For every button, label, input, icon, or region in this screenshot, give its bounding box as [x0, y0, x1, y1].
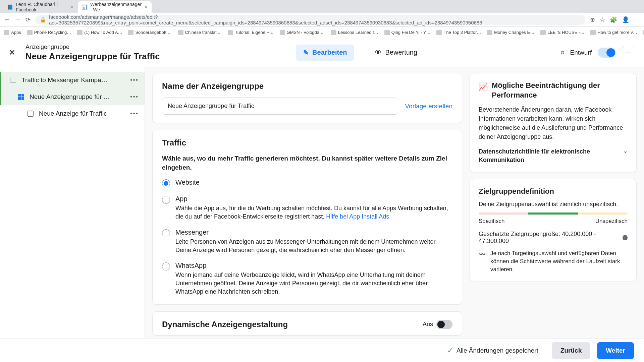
more-icon[interactable]: •••	[130, 110, 139, 117]
audience-card: Zielgruppendefinition Deine Zielgruppena…	[470, 179, 637, 281]
review-tab[interactable]: 👁 Bewertung	[368, 45, 425, 61]
right-card-title: Mögliche Beeinträchtigung der Performanc…	[492, 81, 628, 100]
pencil-icon: ✎	[303, 49, 309, 57]
bookmark[interactable]: (1) How To Add A…	[77, 30, 122, 35]
browser-tab[interactable]: 📘 Leon R. Chaudhari | Facebook ×	[3, 1, 77, 13]
activity-icon: 〰️	[479, 250, 486, 273]
traffic-card: Traffic Wähle aus, wo du mehr Traffic ge…	[152, 130, 462, 305]
browser-tabs: 📘 Leon R. Chaudhari | Facebook × 📊 Werbe…	[0, 0, 644, 13]
bookmark[interactable]: Sonderangebot! …	[128, 30, 172, 35]
bookmark[interactable]: Apps	[4, 30, 21, 35]
audience-gauge	[479, 213, 628, 215]
folder-icon	[9, 76, 17, 84]
radio-description: Wähle die App aus, für die du Werbung sc…	[175, 204, 452, 221]
privacy-expand-row[interactable]: Datenschutzrichtlinie für elektronische …	[479, 147, 628, 164]
forward-icon[interactable]: →	[15, 16, 21, 23]
more-icon[interactable]: •••	[130, 94, 139, 101]
lock-icon: 🔒	[40, 17, 46, 23]
radio-option-website[interactable]: Website	[162, 179, 452, 188]
right-panel: 📈 Mögliche Beeinträchtigung der Performa…	[470, 67, 644, 355]
bookmark[interactable]: Phone Recycling…	[27, 30, 71, 35]
check-icon: ✓	[447, 346, 453, 355]
radio-input[interactable]	[162, 179, 170, 187]
radio-option-app[interactable]: App Wähle die App aus, für die du Werbun…	[162, 195, 452, 221]
more-options-button[interactable]: ⋯	[622, 46, 635, 59]
tree-label: Neue Anzeige für Traffic	[39, 110, 125, 117]
radio-input[interactable]	[162, 196, 170, 204]
info-icon[interactable]: i	[623, 235, 628, 240]
close-icon[interactable]: ✕	[9, 48, 15, 57]
estimate-label: Geschätzte Zielgruppengröße: 40.200.000 …	[479, 231, 620, 245]
help-link[interactable]: Hilfe bei App Install Ads	[326, 213, 389, 220]
radio-description: Wenn jemand auf deine Werbeanzeige klick…	[175, 271, 452, 296]
back-button[interactable]: Zurück	[552, 342, 590, 359]
tree-ad[interactable]: Neue Anzeige für Traffic •••	[0, 105, 145, 122]
gauge-label-unspecific: Unspezifisch	[595, 218, 628, 225]
reload-icon[interactable]: ⟳	[25, 16, 31, 23]
radio-input[interactable]	[162, 229, 170, 237]
bookmark[interactable]: GMSN - Vologda,…	[280, 30, 325, 35]
bookmark[interactable]: Lessons Learned f…	[331, 30, 378, 35]
back-icon[interactable]: ←	[4, 16, 10, 23]
bookmark[interactable]: LEE 'S HOUSE -…	[540, 30, 584, 35]
profile-icon[interactable]: 👤	[622, 16, 629, 23]
toggle-state-label: Aus	[423, 321, 433, 328]
bookmark[interactable]: How to get more v…	[590, 30, 637, 35]
create-template-link[interactable]: Vorlage erstellen	[405, 103, 452, 110]
dynamic-toggle[interactable]	[436, 320, 452, 329]
audience-text: Deine Zielgruppenauswahl ist ziemlich un…	[479, 201, 628, 208]
bookmark[interactable]: Chinese translati…	[178, 30, 222, 35]
radio-description: Leite Personen von Anzeigen aus zu Messe…	[175, 238, 452, 254]
tree-label: Neue Anzeigengruppe für …	[30, 93, 125, 101]
radio-option-whatsapp[interactable]: WhatsApp Wenn jemand auf deine Werbeanze…	[162, 262, 452, 296]
radio-input[interactable]	[162, 262, 170, 270]
bookmark[interactable]: Money Changes E…	[487, 30, 534, 35]
url-text: facebook.com/adsmanager/manage/adsets/ed…	[49, 14, 581, 25]
tree-label: Traffic to Messenger Kampa…	[21, 76, 125, 84]
bookmarks-bar: Apps Phone Recycling… (1) How To Add A… …	[0, 27, 644, 38]
close-icon[interactable]: ×	[70, 4, 73, 10]
app-header: ✕ Anzeigengruppe Neue Anzeigengruppe für…	[0, 38, 644, 67]
menu-icon[interactable]: ⋮	[634, 16, 640, 23]
more-icon[interactable]: •••	[130, 77, 139, 84]
url-bar[interactable]: 🔒 facebook.com/adsmanager/manage/adsets/…	[35, 15, 585, 25]
close-icon[interactable]: ×	[145, 4, 148, 10]
zoom-icon[interactable]: ⊕	[590, 16, 595, 23]
left-tree-panel: Traffic to Messenger Kampa… ••• Neue Anz…	[0, 67, 145, 355]
new-tab-button[interactable]: +	[152, 6, 164, 13]
header-toggle[interactable]	[598, 48, 616, 58]
radio-label: Messenger	[175, 229, 452, 236]
expand-label: Datenschutzrichtlinie für elektronische …	[479, 147, 605, 164]
tree-adset[interactable]: Neue Anzeigengruppe für … •••	[0, 88, 145, 105]
header-subtitle: Anzeigengruppe	[25, 44, 160, 51]
radio-label: WhatsApp	[175, 262, 452, 269]
bookmark[interactable]: Tutorial: Eigene F…	[228, 30, 273, 35]
bookmark[interactable]: Qing Fei De Yi - Y…	[384, 30, 431, 35]
apps-icon	[4, 30, 9, 35]
gauge-label-specific: Spezifisch	[479, 218, 504, 225]
tab-title: Leon R. Chaudhari | Facebook	[16, 2, 68, 12]
radio-option-messenger[interactable]: Messenger Leite Personen von Anzeigen au…	[162, 229, 452, 254]
trend-icon: 📈	[479, 82, 488, 92]
extension-icon[interactable]: 🧩	[610, 16, 617, 23]
performance-text: Bevorstehende Änderungen daran, wie Face…	[479, 105, 628, 141]
tab-title: Werbeanzeigenmanager - We	[90, 2, 142, 12]
tree-campaign[interactable]: Traffic to Messenger Kampa… •••	[0, 72, 145, 88]
adset-name-input[interactable]	[162, 98, 398, 115]
next-button[interactable]: Weiter	[597, 342, 634, 359]
right-card-title: Zielgruppendefinition	[479, 187, 554, 196]
dynamic-creative-card: Dynamische Anzeigengestaltung Aus	[152, 311, 462, 336]
bookmark[interactable]: The Top 3 Platfor…	[436, 30, 481, 35]
tab-favicon: 📘	[7, 4, 13, 10]
star-icon[interactable]: ☆	[600, 16, 605, 23]
grid-icon	[17, 93, 25, 101]
browser-tab-active[interactable]: 📊 Werbeanzeigenmanager - We ×	[78, 1, 152, 13]
saved-status: ✓ Alle Änderungen gespeichert	[447, 346, 538, 355]
status-label: Entwurf	[570, 49, 592, 56]
edit-tab[interactable]: ✎ Bearbeiten	[296, 45, 354, 61]
eye-icon: 👁	[375, 49, 382, 56]
card-title: Name der Anzeigengruppe	[162, 81, 452, 91]
performance-card: 📈 Mögliche Beeinträchtigung der Performa…	[470, 73, 637, 172]
center-panel: Name der Anzeigengruppe Vorlage erstelle…	[145, 67, 470, 355]
card-description: Wähle aus, wo du mehr Traffic generieren…	[162, 154, 452, 172]
